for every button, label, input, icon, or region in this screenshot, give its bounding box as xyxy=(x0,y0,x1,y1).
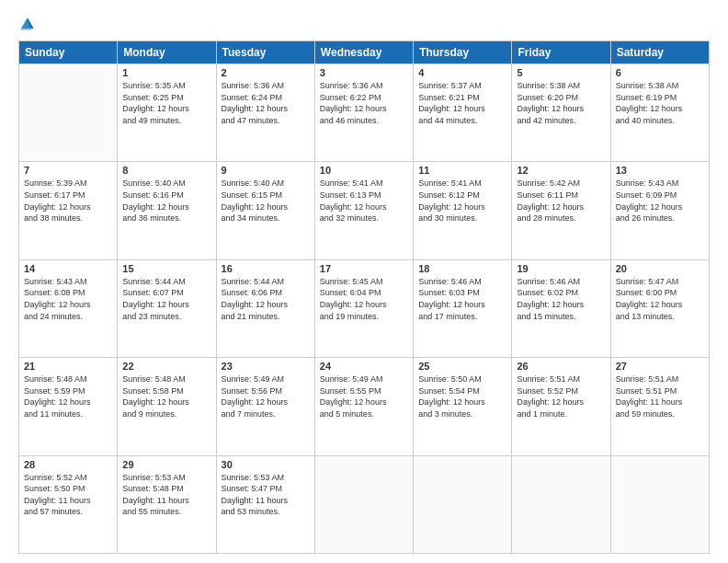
col-header-monday: Monday xyxy=(118,41,216,64)
logo xyxy=(18,15,40,33)
day-info: Sunrise: 5:42 AM Sunset: 6:11 PM Dayligh… xyxy=(517,178,605,224)
day-cell: 16Sunrise: 5:44 AM Sunset: 6:06 PM Dayli… xyxy=(216,259,314,357)
day-cell xyxy=(314,455,413,553)
day-cell: 6Sunrise: 5:38 AM Sunset: 6:19 PM Daylig… xyxy=(610,64,709,162)
week-row-2: 14Sunrise: 5:43 AM Sunset: 6:08 PM Dayli… xyxy=(19,259,710,357)
day-cell: 22Sunrise: 5:48 AM Sunset: 5:58 PM Dayli… xyxy=(118,358,216,455)
day-number: 18 xyxy=(418,263,506,274)
day-cell: 19Sunrise: 5:46 AM Sunset: 6:02 PM Dayli… xyxy=(512,259,610,357)
day-info: Sunrise: 5:47 AM Sunset: 6:00 PM Dayligh… xyxy=(616,276,704,322)
day-number: 24 xyxy=(320,361,408,372)
day-number: 13 xyxy=(616,165,704,176)
day-cell: 4Sunrise: 5:37 AM Sunset: 6:21 PM Daylig… xyxy=(414,64,512,162)
day-info: Sunrise: 5:35 AM Sunset: 6:25 PM Dayligh… xyxy=(122,80,210,126)
col-header-thursday: Thursday xyxy=(414,41,512,64)
day-number: 2 xyxy=(222,67,310,78)
day-info: Sunrise: 5:48 AM Sunset: 5:59 PM Dayligh… xyxy=(24,373,112,419)
day-number: 9 xyxy=(222,165,310,176)
day-info: Sunrise: 5:40 AM Sunset: 6:16 PM Dayligh… xyxy=(122,178,210,224)
day-cell: 29Sunrise: 5:53 AM Sunset: 5:48 PM Dayli… xyxy=(118,455,216,553)
day-cell: 5Sunrise: 5:38 AM Sunset: 6:20 PM Daylig… xyxy=(512,64,610,162)
day-number: 10 xyxy=(320,165,408,176)
day-cell: 11Sunrise: 5:41 AM Sunset: 6:12 PM Dayli… xyxy=(414,162,512,259)
day-info: Sunrise: 5:51 AM Sunset: 5:52 PM Dayligh… xyxy=(517,373,605,419)
day-number: 26 xyxy=(517,361,605,372)
day-number: 16 xyxy=(222,263,310,274)
day-number: 14 xyxy=(24,263,112,274)
day-cell: 26Sunrise: 5:51 AM Sunset: 5:52 PM Dayli… xyxy=(512,358,610,455)
day-info: Sunrise: 5:41 AM Sunset: 6:12 PM Dayligh… xyxy=(418,178,506,224)
day-cell: 30Sunrise: 5:53 AM Sunset: 5:47 PM Dayli… xyxy=(216,455,314,553)
day-cell: 25Sunrise: 5:50 AM Sunset: 5:54 PM Dayli… xyxy=(414,358,512,455)
day-number: 12 xyxy=(517,165,605,176)
day-number: 1 xyxy=(122,67,210,78)
day-number: 23 xyxy=(222,361,310,372)
day-info: Sunrise: 5:43 AM Sunset: 6:09 PM Dayligh… xyxy=(616,178,704,224)
day-cell xyxy=(414,455,512,553)
day-number: 15 xyxy=(122,263,210,274)
day-number: 19 xyxy=(517,263,605,274)
day-info: Sunrise: 5:46 AM Sunset: 6:03 PM Dayligh… xyxy=(418,276,506,322)
day-cell: 27Sunrise: 5:51 AM Sunset: 5:51 PM Dayli… xyxy=(610,358,709,455)
day-number: 3 xyxy=(320,67,408,78)
week-row-1: 7Sunrise: 5:39 AM Sunset: 6:17 PM Daylig… xyxy=(19,162,710,259)
col-header-friday: Friday xyxy=(512,41,610,64)
header-row: SundayMondayTuesdayWednesdayThursdayFrid… xyxy=(19,41,710,64)
day-info: Sunrise: 5:40 AM Sunset: 6:15 PM Dayligh… xyxy=(222,178,310,224)
day-info: Sunrise: 5:39 AM Sunset: 6:17 PM Dayligh… xyxy=(24,178,112,224)
day-number: 21 xyxy=(24,361,112,372)
day-info: Sunrise: 5:49 AM Sunset: 5:55 PM Dayligh… xyxy=(320,373,408,419)
day-number: 20 xyxy=(616,263,704,274)
day-cell: 23Sunrise: 5:49 AM Sunset: 5:56 PM Dayli… xyxy=(216,358,314,455)
day-info: Sunrise: 5:51 AM Sunset: 5:51 PM Dayligh… xyxy=(616,373,704,419)
day-cell: 2Sunrise: 5:36 AM Sunset: 6:24 PM Daylig… xyxy=(216,64,314,162)
day-cell: 8Sunrise: 5:40 AM Sunset: 6:16 PM Daylig… xyxy=(118,162,216,259)
day-cell: 13Sunrise: 5:43 AM Sunset: 6:09 PM Dayli… xyxy=(610,162,709,259)
day-info: Sunrise: 5:44 AM Sunset: 6:07 PM Dayligh… xyxy=(122,276,210,322)
day-number: 22 xyxy=(122,361,210,372)
day-cell: 9Sunrise: 5:40 AM Sunset: 6:15 PM Daylig… xyxy=(216,162,314,259)
day-number: 27 xyxy=(616,361,704,372)
day-cell xyxy=(512,455,610,553)
day-cell: 24Sunrise: 5:49 AM Sunset: 5:55 PM Dayli… xyxy=(314,358,413,455)
day-info: Sunrise: 5:38 AM Sunset: 6:19 PM Dayligh… xyxy=(616,80,704,126)
day-cell: 10Sunrise: 5:41 AM Sunset: 6:13 PM Dayli… xyxy=(314,162,413,259)
day-cell: 14Sunrise: 5:43 AM Sunset: 6:08 PM Dayli… xyxy=(19,259,118,357)
day-number: 11 xyxy=(418,165,506,176)
week-row-3: 21Sunrise: 5:48 AM Sunset: 5:59 PM Dayli… xyxy=(19,358,710,455)
day-info: Sunrise: 5:52 AM Sunset: 5:50 PM Dayligh… xyxy=(24,472,112,518)
day-number: 8 xyxy=(122,165,210,176)
day-cell: 15Sunrise: 5:44 AM Sunset: 6:07 PM Dayli… xyxy=(118,259,216,357)
logo-icon xyxy=(18,15,37,33)
day-info: Sunrise: 5:38 AM Sunset: 6:20 PM Dayligh… xyxy=(517,80,605,126)
day-info: Sunrise: 5:53 AM Sunset: 5:48 PM Dayligh… xyxy=(122,472,210,518)
day-info: Sunrise: 5:46 AM Sunset: 6:02 PM Dayligh… xyxy=(517,276,605,322)
calendar: SundayMondayTuesdayWednesdayThursdayFrid… xyxy=(18,40,710,554)
day-info: Sunrise: 5:49 AM Sunset: 5:56 PM Dayligh… xyxy=(222,373,310,419)
day-cell: 18Sunrise: 5:46 AM Sunset: 6:03 PM Dayli… xyxy=(414,259,512,357)
day-number: 28 xyxy=(24,459,112,470)
day-number: 30 xyxy=(222,459,310,470)
day-info: Sunrise: 5:41 AM Sunset: 6:13 PM Dayligh… xyxy=(320,178,408,224)
day-info: Sunrise: 5:45 AM Sunset: 6:04 PM Dayligh… xyxy=(320,276,408,322)
day-cell: 12Sunrise: 5:42 AM Sunset: 6:11 PM Dayli… xyxy=(512,162,610,259)
day-number: 4 xyxy=(418,67,506,78)
day-cell: 3Sunrise: 5:36 AM Sunset: 6:22 PM Daylig… xyxy=(314,64,413,162)
day-cell xyxy=(19,64,118,162)
page: SundayMondayTuesdayWednesdayThursdayFrid… xyxy=(0,0,728,563)
day-info: Sunrise: 5:36 AM Sunset: 6:24 PM Dayligh… xyxy=(222,80,310,126)
day-cell: 21Sunrise: 5:48 AM Sunset: 5:59 PM Dayli… xyxy=(19,358,118,455)
day-info: Sunrise: 5:43 AM Sunset: 6:08 PM Dayligh… xyxy=(24,276,112,322)
col-header-saturday: Saturday xyxy=(610,41,709,64)
day-cell xyxy=(610,455,709,553)
day-info: Sunrise: 5:37 AM Sunset: 6:21 PM Dayligh… xyxy=(418,80,506,126)
day-cell: 20Sunrise: 5:47 AM Sunset: 6:00 PM Dayli… xyxy=(610,259,709,357)
day-number: 6 xyxy=(616,67,704,78)
day-cell: 28Sunrise: 5:52 AM Sunset: 5:50 PM Dayli… xyxy=(19,455,118,553)
col-header-wednesday: Wednesday xyxy=(314,41,413,64)
day-number: 7 xyxy=(24,165,112,176)
col-header-sunday: Sunday xyxy=(19,41,118,64)
day-cell: 17Sunrise: 5:45 AM Sunset: 6:04 PM Dayli… xyxy=(314,259,413,357)
day-number: 25 xyxy=(418,361,506,372)
day-number: 29 xyxy=(122,459,210,470)
